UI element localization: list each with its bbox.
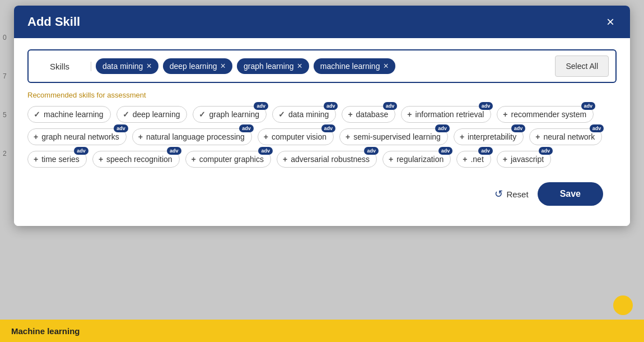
chip-database[interactable]: + database adv bbox=[342, 106, 395, 123]
adv-badge: adv bbox=[479, 102, 493, 110]
check-icon: ✓ bbox=[278, 110, 285, 119]
modal-header: Add Skill × bbox=[14, 6, 630, 38]
chip-semi-supervised-learning[interactable]: + semi-supervised learning adv bbox=[339, 128, 448, 145]
chip-time-series[interactable]: + time series adv bbox=[27, 151, 87, 168]
skills-input-box: Skills data mining × deep learning × gra… bbox=[27, 49, 617, 83]
chip-interpretability[interactable]: + interpretability adv bbox=[454, 128, 524, 145]
plus-icon: + bbox=[460, 132, 464, 141]
chip-neural-network[interactable]: + neural network adv bbox=[529, 128, 602, 145]
skills-label: Skills bbox=[35, 62, 91, 71]
adv-badge: adv bbox=[383, 102, 398, 110]
plus-icon: + bbox=[389, 155, 393, 164]
skills-grid: ✓ machine learning ✓ deep learning ✓ gra… bbox=[27, 106, 617, 168]
check-icon: ✓ bbox=[123, 110, 129, 119]
modal-overlay: Add Skill × Skills data mining × deep le… bbox=[0, 0, 644, 342]
remove-data-mining[interactable]: × bbox=[146, 62, 151, 71]
add-skill-modal: Add Skill × Skills data mining × deep le… bbox=[14, 6, 630, 226]
reset-icon: ↺ bbox=[494, 188, 503, 200]
adv-badge: adv bbox=[581, 102, 596, 110]
adv-badge: adv bbox=[254, 102, 268, 110]
remove-graph-learning[interactable]: × bbox=[297, 62, 302, 71]
tag-deep-learning[interactable]: deep learning × bbox=[163, 58, 232, 74]
save-button[interactable]: Save bbox=[538, 182, 603, 206]
adv-badge: adv bbox=[324, 102, 338, 110]
chip-graph-neural-networks[interactable]: + graph neural networks adv bbox=[27, 128, 127, 145]
plus-icon: + bbox=[503, 155, 507, 164]
bottom-bar: Machine learning bbox=[0, 320, 644, 342]
modal-body: Skills data mining × deep learning × gra… bbox=[14, 38, 630, 226]
yellow-circle-indicator bbox=[613, 295, 633, 315]
chip-computer-graphics[interactable]: + computer graphics adv bbox=[185, 151, 271, 168]
plus-icon: + bbox=[503, 110, 507, 119]
chip-adversarial-robustness[interactable]: + adversarial robustness adv bbox=[277, 151, 377, 168]
adv-badge: adv bbox=[478, 147, 493, 155]
reset-button[interactable]: ↺ Reset bbox=[494, 188, 528, 200]
chip-natural-language-processing[interactable]: + natural language processing adv bbox=[132, 128, 252, 145]
remove-deep-learning[interactable]: × bbox=[221, 62, 226, 71]
selected-skills-tags: data mining × deep learning × graph lear… bbox=[96, 58, 550, 74]
adv-badge: adv bbox=[438, 147, 453, 155]
chip-speech-recognition[interactable]: + speech recognition adv bbox=[92, 151, 180, 168]
plus-icon: + bbox=[463, 155, 467, 164]
adv-badge: adv bbox=[114, 124, 128, 132]
plus-icon: + bbox=[535, 132, 540, 141]
chip-recommender-system[interactable]: + recommender system adv bbox=[497, 106, 594, 123]
adv-badge: adv bbox=[590, 124, 604, 132]
chip-data-mining[interactable]: ✓ data mining adv bbox=[272, 106, 336, 123]
recommended-label: Recommended skills for assessment bbox=[27, 91, 617, 99]
adv-badge: adv bbox=[364, 147, 379, 155]
modal-title: Add Skill bbox=[27, 15, 80, 29]
chip-javascript[interactable]: + javascript adv bbox=[497, 151, 551, 168]
remove-machine-learning[interactable]: × bbox=[383, 62, 388, 71]
close-button[interactable]: × bbox=[604, 15, 617, 29]
plus-icon: + bbox=[348, 110, 352, 119]
modal-footer: ↺ Reset Save bbox=[27, 173, 617, 215]
plus-icon: + bbox=[407, 110, 412, 119]
adv-badge: adv bbox=[167, 147, 181, 155]
plus-icon: + bbox=[99, 155, 103, 164]
reset-label: Reset bbox=[506, 190, 528, 199]
tag-graph-learning[interactable]: graph learning × bbox=[237, 58, 309, 74]
plus-icon: + bbox=[34, 132, 38, 141]
plus-icon: + bbox=[264, 132, 268, 141]
plus-icon: + bbox=[138, 132, 143, 141]
adv-badge: adv bbox=[539, 147, 553, 155]
adv-badge: adv bbox=[74, 147, 88, 155]
chip-deep-learning[interactable]: ✓ deep learning bbox=[116, 106, 188, 123]
plus-icon: + bbox=[283, 155, 287, 164]
adv-badge: adv bbox=[321, 124, 336, 132]
adv-badge: adv bbox=[435, 124, 450, 132]
adv-badge: adv bbox=[258, 147, 273, 155]
chip-regularization[interactable]: + regularization adv bbox=[382, 151, 451, 168]
chip-information-retrieval[interactable]: + information retrieval adv bbox=[401, 106, 491, 123]
plus-icon: + bbox=[34, 155, 38, 164]
bottom-bar-label: Machine learning bbox=[11, 326, 80, 336]
tag-data-mining[interactable]: data mining × bbox=[96, 58, 158, 74]
chip-graph-learning[interactable]: ✓ graph learning adv bbox=[193, 106, 267, 123]
plus-icon: + bbox=[192, 155, 196, 164]
select-all-button[interactable]: Select All bbox=[555, 56, 609, 77]
check-icon: ✓ bbox=[199, 110, 206, 119]
chip-computer-vision[interactable]: + computer vision adv bbox=[258, 128, 334, 145]
plus-icon: + bbox=[346, 132, 350, 141]
chip-dot-net[interactable]: + .net adv bbox=[456, 151, 491, 168]
check-icon: ✓ bbox=[34, 110, 40, 119]
adv-badge: adv bbox=[239, 124, 254, 132]
adv-badge: adv bbox=[511, 124, 526, 132]
tag-machine-learning[interactable]: machine learning × bbox=[314, 58, 395, 74]
chip-machine-learning[interactable]: ✓ machine learning bbox=[27, 106, 111, 123]
